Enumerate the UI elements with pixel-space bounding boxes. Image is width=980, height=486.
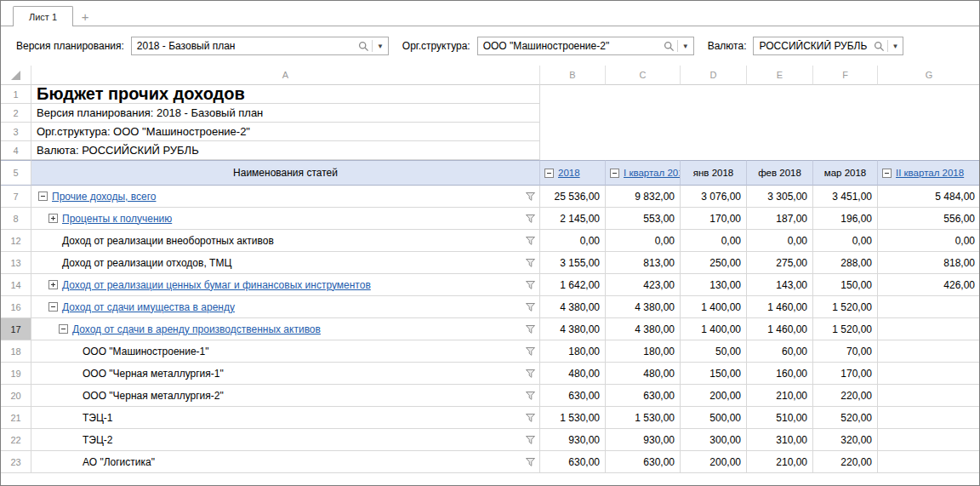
filter-funnel-icon[interactable] xyxy=(526,414,535,422)
tab-sheet1[interactable]: Лист 1 xyxy=(13,6,73,26)
column-header-d[interactable]: D xyxy=(681,66,747,85)
value-cell[interactable]: 288,00 xyxy=(813,252,878,274)
collapse-icon[interactable] xyxy=(882,169,892,178)
value-cell[interactable]: 480,00 xyxy=(606,363,681,385)
value-cell[interactable] xyxy=(878,407,980,429)
row-number[interactable]: 7 xyxy=(1,186,31,208)
dropdown-arrow-icon[interactable]: ▼ xyxy=(891,43,901,50)
value-cell[interactable]: 143,00 xyxy=(747,274,813,296)
article-cell[interactable]: Доход от реализации отходов, ТМЦ xyxy=(31,252,540,274)
period-label[interactable]: I квартал 2018 xyxy=(624,168,681,178)
filter-funnel-icon[interactable] xyxy=(526,458,535,466)
value-cell[interactable]: 1 530,00 xyxy=(540,407,606,429)
article-cell[interactable]: Прочие доходы, всего xyxy=(31,186,540,208)
value-cell[interactable]: 1 530,00 xyxy=(606,407,681,429)
value-cell[interactable]: 0,00 xyxy=(540,230,606,252)
empty-cell[interactable] xyxy=(540,85,980,104)
value-cell[interactable]: 275,00 xyxy=(747,252,813,274)
column-header-a[interactable]: A xyxy=(31,66,540,85)
row-number[interactable]: 21 xyxy=(1,407,31,429)
value-cell[interactable]: 170,00 xyxy=(813,363,878,385)
value-cell[interactable]: 1 642,00 xyxy=(540,274,606,296)
row-number[interactable]: 13 xyxy=(1,252,31,274)
filter-funnel-icon[interactable] xyxy=(526,214,535,223)
toggle-icon[interactable] xyxy=(48,214,58,223)
article-cell[interactable]: АО "Логистика" xyxy=(31,451,540,473)
collapse-icon[interactable] xyxy=(544,169,554,178)
column-header-c[interactable]: C xyxy=(606,66,681,85)
value-cell[interactable]: 630,00 xyxy=(540,385,606,407)
row-number[interactable]: 20 xyxy=(1,385,31,407)
value-cell[interactable]: 630,00 xyxy=(540,451,606,473)
article-cell[interactable]: Доход от реализации ценных бумаг и финан… xyxy=(31,274,540,296)
value-cell[interactable]: 310,00 xyxy=(747,429,813,451)
value-cell[interactable]: 3 305,00 xyxy=(747,186,813,208)
value-cell[interactable]: 0,00 xyxy=(878,230,980,252)
value-cell[interactable]: 60,00 xyxy=(747,340,813,363)
value-cell[interactable]: 500,00 xyxy=(681,407,747,429)
article-cell[interactable]: ООО "Машиностроение-1" xyxy=(31,340,540,363)
row-number[interactable]: 17 xyxy=(1,318,31,340)
column-header-g[interactable]: G xyxy=(878,66,980,85)
period-header-3[interactable]: янв 2018 xyxy=(681,160,747,186)
article-cell[interactable]: ООО "Черная металлургия-1" xyxy=(31,363,540,385)
value-cell[interactable]: 0,00 xyxy=(813,230,878,252)
value-cell[interactable]: 630,00 xyxy=(606,385,681,407)
search-icon[interactable] xyxy=(874,41,885,52)
row-number[interactable]: 18 xyxy=(1,340,31,363)
article-cell[interactable]: Доход от сдачи имущества в аренду xyxy=(31,296,540,318)
period-header-5[interactable]: мар 2018 xyxy=(813,160,878,186)
row-number[interactable]: 8 xyxy=(1,208,31,230)
value-cell[interactable]: 4 380,00 xyxy=(540,318,606,340)
value-cell[interactable]: 170,00 xyxy=(681,208,747,230)
value-cell[interactable]: 4 380,00 xyxy=(606,296,681,318)
row-number[interactable]: 5 xyxy=(1,160,31,186)
column-header-f[interactable]: F xyxy=(813,66,878,85)
value-cell[interactable]: 150,00 xyxy=(813,274,878,296)
value-cell[interactable]: 220,00 xyxy=(813,385,878,407)
value-cell[interactable]: 5 484,00 xyxy=(878,186,980,208)
value-cell[interactable]: 423,00 xyxy=(606,274,681,296)
column-header-e[interactable]: E xyxy=(747,66,813,85)
value-cell[interactable]: 320,00 xyxy=(813,429,878,451)
value-cell[interactable]: 3 155,00 xyxy=(540,252,606,274)
articles-header[interactable]: Наименования статей xyxy=(31,160,540,186)
value-cell[interactable]: 220,00 xyxy=(813,451,878,473)
value-cell[interactable] xyxy=(878,340,980,363)
row-number[interactable]: 22 xyxy=(1,429,31,451)
value-cell[interactable] xyxy=(878,318,980,340)
value-cell[interactable]: 930,00 xyxy=(606,429,681,451)
value-cell[interactable]: 187,00 xyxy=(747,208,813,230)
value-cell[interactable]: 1 400,00 xyxy=(681,296,747,318)
value-cell[interactable]: 1 460,00 xyxy=(747,296,813,318)
value-cell[interactable]: 300,00 xyxy=(681,429,747,451)
article-label[interactable]: Доход от сдачи имущества в аренду xyxy=(62,301,235,313)
value-cell[interactable] xyxy=(878,296,980,318)
value-cell[interactable]: 1 460,00 xyxy=(747,318,813,340)
article-cell[interactable]: Доход от сдачи в аренду производственных… xyxy=(31,318,540,340)
value-cell[interactable] xyxy=(878,385,980,407)
search-icon[interactable] xyxy=(358,41,369,52)
value-cell[interactable]: 3 076,00 xyxy=(681,186,747,208)
value-cell[interactable]: 480,00 xyxy=(540,363,606,385)
value-cell[interactable]: 210,00 xyxy=(747,451,813,473)
empty-cell[interactable] xyxy=(540,123,980,141)
article-label[interactable]: Проценты к получению xyxy=(62,213,172,225)
toggle-icon[interactable] xyxy=(38,192,48,201)
value-cell[interactable]: 150,00 xyxy=(681,363,747,385)
article-label[interactable]: Доход от реализации ценных бумаг и финан… xyxy=(62,279,371,291)
value-cell[interactable]: 25 536,00 xyxy=(540,186,606,208)
row-number[interactable]: 16 xyxy=(1,296,31,318)
value-cell[interactable] xyxy=(878,363,980,385)
report-version-text[interactable]: Версия планирования: 2018 - Базовый план xyxy=(31,104,540,123)
value-cell[interactable]: 1 400,00 xyxy=(681,318,747,340)
article-label[interactable]: Прочие доходы, всего xyxy=(52,191,156,203)
value-cell[interactable] xyxy=(878,429,980,451)
search-icon[interactable] xyxy=(664,41,675,52)
value-cell[interactable]: 70,00 xyxy=(813,340,878,363)
value-cell[interactable]: 818,00 xyxy=(878,252,980,274)
article-cell[interactable]: Проценты к получению xyxy=(31,208,540,230)
value-cell[interactable]: 180,00 xyxy=(606,340,681,363)
value-cell[interactable]: 250,00 xyxy=(681,252,747,274)
value-cell[interactable]: 0,00 xyxy=(606,230,681,252)
